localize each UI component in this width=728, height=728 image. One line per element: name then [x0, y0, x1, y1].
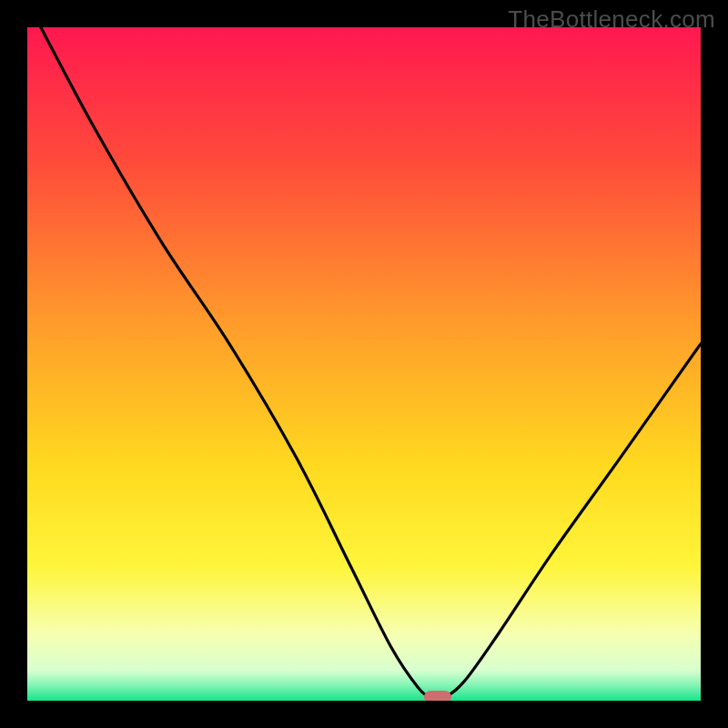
optimal-point-marker	[424, 691, 451, 701]
watermark-text: TheBottleneck.com	[508, 5, 715, 34]
chart-frame: TheBottleneck.com	[0, 0, 728, 728]
bottleneck-curve	[27, 27, 701, 701]
plot-area	[27, 27, 701, 701]
